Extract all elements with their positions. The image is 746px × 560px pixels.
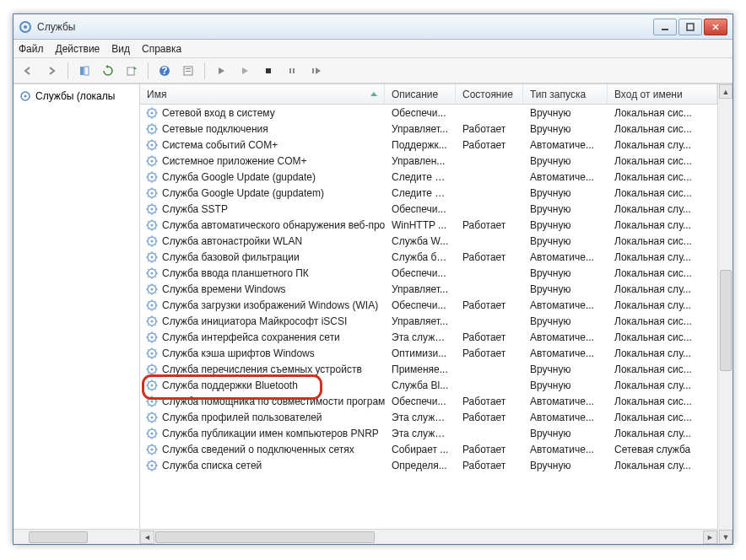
service-icon	[145, 122, 159, 136]
svg-point-39	[151, 272, 154, 274]
service-name: Служба загрузки изображений Windows (WIA…	[162, 299, 378, 311]
service-row[interactable]: Служба поддержки BluetoothСлужба Bl...Вр…	[140, 377, 717, 393]
forward-button[interactable]	[42, 62, 61, 80]
list-hscrollbar[interactable]: ◄ ►	[140, 529, 717, 544]
service-startup: Автоматиче...	[523, 331, 608, 343]
header-logon-as[interactable]: Вход от имени	[608, 84, 717, 104]
menu-view[interactable]: Вид	[111, 43, 130, 55]
tree-hscrollbar[interactable]	[14, 529, 139, 544]
service-row[interactable]: Системное приложение COM+Управлен...Вруч…	[140, 153, 717, 169]
service-row[interactable]: Система событий COM+Поддержк...РаботаетА…	[140, 137, 717, 153]
service-icon	[145, 283, 159, 296]
service-startup: Вручную	[523, 428, 608, 439]
pause-service-button[interactable]	[283, 62, 301, 80]
svg-rect-4	[80, 67, 84, 75]
service-logon: Локальная слу...	[608, 139, 717, 151]
service-logon: Локальная слу...	[608, 428, 717, 439]
service-name: Служба времени Windows	[162, 283, 286, 295]
service-startup: Вручную	[523, 187, 608, 199]
service-state: Работает	[456, 396, 523, 407]
maximize-button[interactable]	[678, 19, 702, 35]
header-startup-type[interactable]: Тип запуска	[523, 84, 608, 104]
service-icon	[145, 138, 159, 152]
service-startup: Вручную	[523, 363, 608, 375]
header-description[interactable]: Описание	[385, 84, 456, 104]
svg-point-41	[151, 288, 154, 290]
service-description: Служба ба...	[385, 251, 456, 263]
close-button[interactable]	[704, 19, 727, 35]
service-startup: Автоматиче...	[523, 412, 608, 423]
service-row[interactable]: Служба Google Update (gupdatem)Следите з…	[140, 185, 717, 201]
svg-rect-13	[289, 68, 291, 73]
service-description: Эта служб...	[385, 331, 456, 343]
service-row[interactable]: Служба времени WindowsУправляет...Вручну…	[140, 281, 717, 297]
service-row[interactable]: Служба кэша шрифтов WindowsОптимизи...Ра…	[140, 345, 717, 361]
show-hide-tree-button[interactable]	[75, 62, 94, 80]
service-row[interactable]: Служба сведений о подключенных сетяхСоби…	[140, 441, 717, 457]
service-row[interactable]: Сетевой вход в системуОбеспечи...Вручную…	[140, 105, 717, 121]
service-logon: Локальная сис...	[608, 123, 717, 135]
start-service-button[interactable]	[212, 62, 230, 80]
menu-file[interactable]: Файл	[19, 43, 44, 55]
service-logon: Локальная слу...	[608, 251, 717, 263]
service-row[interactable]: Служба профилей пользователейЭта служб..…	[140, 409, 717, 425]
service-logon: Локальная сис...	[608, 396, 717, 407]
svg-point-19	[151, 111, 154, 114]
menu-action[interactable]: Действие	[56, 43, 100, 55]
service-row[interactable]: Служба интерфейса сохранения сетиЭта слу…	[140, 329, 717, 345]
service-list[interactable]: Сетевой вход в системуОбеспечи...Вручную…	[140, 105, 717, 529]
toolbar-separator	[148, 62, 149, 79]
help-button[interactable]: ?	[155, 62, 174, 80]
service-row[interactable]: Служба загрузки изображений Windows (WIA…	[140, 297, 717, 313]
restart-service-button[interactable]	[306, 62, 325, 80]
menu-help[interactable]: Справка	[142, 43, 181, 55]
menubar: Файл Действие Вид Справка	[14, 40, 732, 58]
service-icon	[145, 106, 159, 120]
service-row[interactable]: Служба автоматического обнаружения веб-п…	[140, 217, 717, 233]
export-button[interactable]	[122, 62, 141, 80]
service-description: Следите за...	[385, 187, 456, 199]
service-description: Оптимизи...	[385, 347, 456, 359]
titlebar[interactable]: Службы	[14, 14, 732, 40]
service-row[interactable]: Служба ввода планшетного ПКОбеспечи...Вр…	[140, 265, 717, 281]
service-row[interactable]: Служба перечисления съемных устройствПри…	[140, 361, 717, 377]
service-startup: Вручную	[523, 219, 608, 231]
back-button[interactable]	[19, 62, 37, 80]
service-description: Собирает ...	[385, 444, 456, 455]
service-row[interactable]: Служба публикации имен компьютеров PNRPЭ…	[140, 425, 717, 441]
svg-point-31	[151, 207, 154, 210]
service-row[interactable]: Сетевые подключенияУправляет...РаботаетВ…	[140, 121, 717, 137]
list-vscrollbar[interactable]: ▲ ▼	[717, 84, 732, 544]
service-icon	[145, 202, 159, 216]
service-row[interactable]: Служба Google Update (gupdate)Следите за…	[140, 169, 717, 185]
svg-rect-12	[266, 68, 271, 73]
service-row[interactable]: Служба автонастройки WLANСлужба W...Вруч…	[140, 233, 717, 249]
service-logon: Локальная сис...	[608, 363, 717, 375]
service-description: Следите за...	[385, 171, 456, 183]
service-startup: Вручную	[523, 107, 608, 119]
service-startup: Вручную	[523, 155, 608, 167]
service-row[interactable]: Служба помощника по совместимости програ…	[140, 393, 717, 409]
service-startup: Автоматиче...	[523, 396, 608, 407]
service-logon: Локальная слу...	[608, 299, 717, 311]
properties-button[interactable]	[179, 62, 197, 80]
svg-rect-2	[662, 29, 668, 30]
tree-body: Службы (локалы	[14, 84, 139, 529]
header-state[interactable]: Состояние	[456, 84, 523, 104]
toolbar-separator	[204, 62, 205, 79]
service-row[interactable]: Служба базовой фильтрацииСлужба ба...Раб…	[140, 249, 717, 265]
service-description: Управляет...	[385, 315, 456, 327]
stop-service-button[interactable]	[259, 62, 278, 80]
service-logon: Локальная слу...	[608, 203, 717, 215]
service-row[interactable]: Служба SSTPОбеспечи...ВручнуюЛокальная с…	[140, 201, 717, 217]
service-icon	[145, 443, 159, 456]
service-row[interactable]: Служба инициатора Майкрософт iSCSIУправл…	[140, 313, 717, 329]
service-name: Служба Google Update (gupdate)	[162, 171, 316, 183]
service-row[interactable]: Служба списка сетейОпределя...РаботаетВр…	[140, 457, 717, 473]
refresh-button[interactable]	[99, 62, 117, 80]
service-description: Поддержк...	[385, 139, 456, 151]
header-name[interactable]: Имя	[140, 84, 385, 104]
minimize-button[interactable]	[653, 19, 677, 35]
start-service-alt-button[interactable]	[235, 62, 254, 80]
tree-root-services[interactable]: Службы (локалы	[17, 88, 136, 105]
